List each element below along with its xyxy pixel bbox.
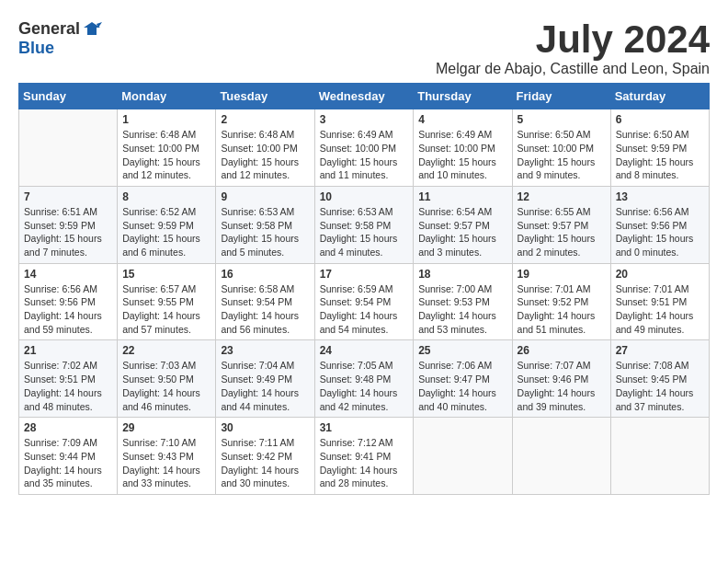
- calendar-cell: 12Sunrise: 6:55 AM Sunset: 9:57 PM Dayli…: [512, 186, 610, 263]
- day-number: 28: [24, 421, 112, 434]
- calendar-cell: 14Sunrise: 6:56 AM Sunset: 9:56 PM Dayli…: [19, 263, 118, 340]
- day-info: Sunrise: 7:11 AM Sunset: 9:42 PM Dayligh…: [221, 436, 309, 490]
- calendar-cell: [414, 418, 512, 495]
- day-number: 2: [221, 113, 309, 126]
- day-number: 11: [418, 190, 506, 203]
- calendar-cell: 15Sunrise: 6:57 AM Sunset: 9:55 PM Dayli…: [118, 263, 216, 340]
- day-info: Sunrise: 7:02 AM Sunset: 9:51 PM Dayligh…: [24, 359, 112, 413]
- month-title: July 2024: [436, 18, 710, 61]
- day-number: 5: [518, 113, 606, 126]
- calendar-cell: 31Sunrise: 7:12 AM Sunset: 9:41 PM Dayli…: [314, 418, 414, 495]
- day-info: Sunrise: 6:54 AM Sunset: 9:57 PM Dayligh…: [418, 205, 506, 259]
- calendar-cell: 10Sunrise: 6:53 AM Sunset: 9:58 PM Dayli…: [314, 186, 414, 263]
- day-info: Sunrise: 7:01 AM Sunset: 9:51 PM Dayligh…: [616, 282, 704, 337]
- day-number: 24: [320, 344, 409, 357]
- calendar-week-3: 14Sunrise: 6:56 AM Sunset: 9:56 PM Dayli…: [19, 263, 710, 340]
- calendar-cell: 24Sunrise: 7:05 AM Sunset: 9:48 PM Dayli…: [314, 340, 414, 418]
- calendar-cell: 27Sunrise: 7:08 AM Sunset: 9:45 PM Dayli…: [610, 340, 709, 418]
- calendar-cell: 20Sunrise: 7:01 AM Sunset: 9:51 PM Dayli…: [610, 263, 709, 340]
- day-number: 6: [616, 113, 704, 126]
- header-cell-wednesday: Wednesday: [314, 84, 414, 109]
- day-info: Sunrise: 7:03 AM Sunset: 9:50 PM Dayligh…: [122, 359, 210, 413]
- logo-bird-icon: [82, 18, 102, 39]
- calendar-cell: [19, 109, 118, 187]
- day-info: Sunrise: 6:48 AM Sunset: 10:00 PM Daylig…: [221, 128, 309, 182]
- day-info: Sunrise: 6:51 AM Sunset: 9:59 PM Dayligh…: [24, 205, 112, 259]
- calendar-week-2: 7Sunrise: 6:51 AM Sunset: 9:59 PM Daylig…: [19, 186, 710, 263]
- calendar-cell: 30Sunrise: 7:11 AM Sunset: 9:42 PM Dayli…: [216, 418, 314, 495]
- day-number: 8: [122, 190, 210, 203]
- day-info: Sunrise: 6:58 AM Sunset: 9:54 PM Dayligh…: [221, 282, 309, 337]
- day-info: Sunrise: 6:49 AM Sunset: 10:00 PM Daylig…: [418, 128, 506, 182]
- calendar-cell: [512, 418, 610, 495]
- day-number: 23: [221, 344, 309, 357]
- calendar-cell: 25Sunrise: 7:06 AM Sunset: 9:47 PM Dayli…: [414, 340, 512, 418]
- calendar-cell: 22Sunrise: 7:03 AM Sunset: 9:50 PM Dayli…: [118, 340, 216, 418]
- logo: General Blue: [18, 18, 102, 58]
- day-info: Sunrise: 6:52 AM Sunset: 9:59 PM Dayligh…: [122, 205, 210, 259]
- day-number: 25: [418, 344, 506, 357]
- logo-blue-text: Blue: [18, 39, 54, 57]
- day-number: 16: [221, 268, 309, 281]
- day-info: Sunrise: 7:07 AM Sunset: 9:46 PM Dayligh…: [518, 359, 606, 413]
- day-info: Sunrise: 6:50 AM Sunset: 9:59 PM Dayligh…: [616, 128, 704, 182]
- calendar-week-1: 1Sunrise: 6:48 AM Sunset: 10:00 PM Dayli…: [19, 109, 710, 187]
- day-info: Sunrise: 6:53 AM Sunset: 9:58 PM Dayligh…: [221, 205, 309, 259]
- calendar-cell: 26Sunrise: 7:07 AM Sunset: 9:46 PM Dayli…: [512, 340, 610, 418]
- day-number: 21: [24, 344, 112, 357]
- calendar-cell: 1Sunrise: 6:48 AM Sunset: 10:00 PM Dayli…: [118, 109, 216, 187]
- day-info: Sunrise: 7:05 AM Sunset: 9:48 PM Dayligh…: [320, 359, 409, 413]
- calendar-cell: 11Sunrise: 6:54 AM Sunset: 9:57 PM Dayli…: [414, 186, 512, 263]
- day-info: Sunrise: 6:56 AM Sunset: 9:56 PM Dayligh…: [24, 282, 112, 337]
- day-number: 22: [122, 344, 210, 357]
- day-number: 4: [418, 113, 506, 126]
- calendar-cell: 4Sunrise: 6:49 AM Sunset: 10:00 PM Dayli…: [414, 109, 512, 187]
- day-info: Sunrise: 7:10 AM Sunset: 9:43 PM Dayligh…: [122, 436, 210, 490]
- day-number: 3: [320, 113, 409, 126]
- calendar-week-4: 21Sunrise: 7:02 AM Sunset: 9:51 PM Dayli…: [19, 340, 710, 418]
- calendar-cell: 16Sunrise: 6:58 AM Sunset: 9:54 PM Dayli…: [216, 263, 314, 340]
- title-area: July 2024 Melgar de Abajo, Castille and …: [436, 18, 710, 77]
- day-info: Sunrise: 6:50 AM Sunset: 10:00 PM Daylig…: [518, 128, 606, 182]
- day-number: 27: [616, 344, 704, 357]
- day-info: Sunrise: 6:48 AM Sunset: 10:00 PM Daylig…: [122, 128, 210, 182]
- day-number: 13: [616, 190, 704, 203]
- day-info: Sunrise: 7:06 AM Sunset: 9:47 PM Dayligh…: [418, 359, 506, 413]
- header-cell-saturday: Saturday: [610, 84, 709, 109]
- calendar-cell: 28Sunrise: 7:09 AM Sunset: 9:44 PM Dayli…: [19, 418, 118, 495]
- day-number: 31: [320, 421, 409, 434]
- day-number: 14: [24, 268, 112, 281]
- day-info: Sunrise: 6:57 AM Sunset: 9:55 PM Dayligh…: [122, 282, 210, 337]
- day-number: 10: [320, 190, 409, 203]
- calendar-cell: 23Sunrise: 7:04 AM Sunset: 9:49 PM Dayli…: [216, 340, 314, 418]
- calendar-cell: [610, 418, 709, 495]
- calendar-cell: 18Sunrise: 7:00 AM Sunset: 9:53 PM Dayli…: [414, 263, 512, 340]
- location-title: Melgar de Abajo, Castille and Leon, Spai…: [436, 61, 710, 77]
- day-number: 15: [122, 268, 210, 281]
- calendar-header-row: SundayMondayTuesdayWednesdayThursdayFrid…: [19, 84, 710, 109]
- day-number: 20: [616, 268, 704, 281]
- day-number: 12: [518, 190, 606, 203]
- day-number: 17: [320, 268, 409, 281]
- calendar-cell: 8Sunrise: 6:52 AM Sunset: 9:59 PM Daylig…: [118, 186, 216, 263]
- day-info: Sunrise: 6:56 AM Sunset: 9:56 PM Dayligh…: [616, 205, 704, 259]
- day-info: Sunrise: 6:53 AM Sunset: 9:58 PM Dayligh…: [320, 205, 409, 259]
- day-info: Sunrise: 7:08 AM Sunset: 9:45 PM Dayligh…: [616, 359, 704, 413]
- calendar-table: SundayMondayTuesdayWednesdayThursdayFrid…: [18, 83, 710, 495]
- calendar-cell: 6Sunrise: 6:50 AM Sunset: 9:59 PM Daylig…: [610, 109, 709, 187]
- header-cell-friday: Friday: [512, 84, 610, 109]
- calendar-cell: 29Sunrise: 7:10 AM Sunset: 9:43 PM Dayli…: [118, 418, 216, 495]
- day-number: 7: [24, 190, 112, 203]
- day-number: 19: [518, 268, 606, 281]
- logo-general-text: General: [18, 19, 80, 39]
- calendar-cell: 17Sunrise: 6:59 AM Sunset: 9:54 PM Dayli…: [314, 263, 414, 340]
- calendar-cell: 5Sunrise: 6:50 AM Sunset: 10:00 PM Dayli…: [512, 109, 610, 187]
- calendar-cell: 13Sunrise: 6:56 AM Sunset: 9:56 PM Dayli…: [610, 186, 709, 263]
- day-info: Sunrise: 7:04 AM Sunset: 9:49 PM Dayligh…: [221, 359, 309, 413]
- header-cell-thursday: Thursday: [414, 84, 512, 109]
- day-info: Sunrise: 7:00 AM Sunset: 9:53 PM Dayligh…: [418, 282, 506, 337]
- day-number: 29: [122, 421, 210, 434]
- calendar-cell: 19Sunrise: 7:01 AM Sunset: 9:52 PM Dayli…: [512, 263, 610, 340]
- calendar-week-5: 28Sunrise: 7:09 AM Sunset: 9:44 PM Dayli…: [19, 418, 710, 495]
- calendar-body: 1Sunrise: 6:48 AM Sunset: 10:00 PM Dayli…: [19, 109, 710, 495]
